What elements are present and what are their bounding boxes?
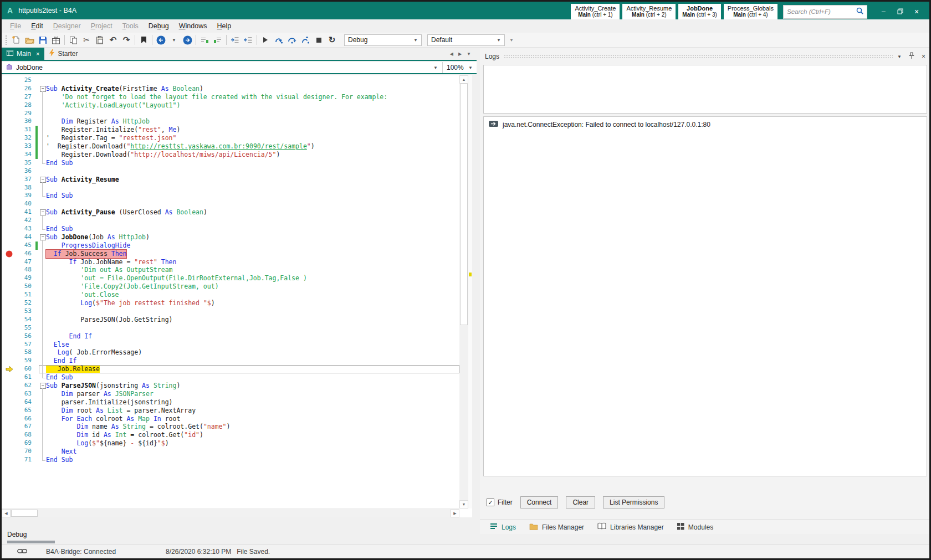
code-editor[interactable]: 2526Sub Activity_Create(FirstTime As Boo…: [2, 75, 472, 517]
vertical-scrollbar[interactable]: ▲ ▼: [459, 75, 468, 508]
code-line-62[interactable]: 62Sub ParseJSON(jsonstring As String): [2, 382, 459, 390]
code-line-28[interactable]: 28 'Activity.LoadLayout("Layout1"): [2, 101, 459, 110]
panel-tab-modules[interactable]: Modules: [671, 520, 720, 534]
restore-button[interactable]: [892, 7, 908, 16]
code-line-38[interactable]: 38: [2, 184, 459, 192]
vertical-scrollbar-thumb[interactable]: [460, 84, 468, 325]
breakpoint-margin[interactable]: [2, 341, 17, 349]
code-line-58[interactable]: 58 Log( Job.ErrorMessage): [2, 348, 459, 357]
restart-icon[interactable]: ↻: [325, 34, 339, 47]
breakpoint-margin[interactable]: [2, 299, 17, 307]
code-line-34[interactable]: 34 Register.Download("http://localhost/m…: [2, 151, 459, 159]
scroll-down-icon[interactable]: ▼: [459, 500, 468, 508]
menu-file[interactable]: File: [5, 20, 26, 32]
step-out-icon[interactable]: [299, 34, 312, 47]
breakpoint-margin[interactable]: [2, 151, 17, 159]
breakpoint-margin[interactable]: [2, 76, 17, 85]
list-permissions-button[interactable]: List Permissions: [603, 496, 664, 508]
breakpoint-margin[interactable]: [2, 266, 17, 274]
breakpoint-margin[interactable]: [2, 110, 17, 118]
breakpoint-margin[interactable]: [2, 348, 17, 357]
code-line-53[interactable]: 53: [2, 307, 459, 316]
logs-output-box[interactable]: java.net.ConnectException: Failed to con…: [483, 116, 927, 476]
code-line-47[interactable]: 47 If Job.JobName = "rest" Then: [2, 258, 459, 266]
back-history-caret-icon[interactable]: ▼: [167, 34, 181, 47]
breakpoint-margin[interactable]: [2, 117, 17, 126]
breakpoint-margin[interactable]: [2, 431, 17, 439]
code-line-26[interactable]: 26Sub Activity_Create(FirstTime As Boole…: [2, 85, 459, 93]
code-line-49[interactable]: 49 'out = File.OpenOutput(File.DirRootEx…: [2, 274, 459, 282]
code-line-39[interactable]: 39End Sub: [2, 192, 459, 200]
breakpoint-margin[interactable]: [2, 456, 17, 464]
panel-tab-files-manager[interactable]: Files Manager: [523, 520, 591, 534]
toolbar-overflow-icon[interactable]: ▼: [505, 34, 518, 47]
horizontal-scrollbar-thumb[interactable]: [11, 510, 38, 517]
tab-main[interactable]: Main ×: [2, 48, 44, 60]
code-line-55[interactable]: 55: [2, 324, 459, 332]
code-line-27[interactable]: 27 'Do not forget to load the layout fil…: [2, 93, 459, 101]
breakpoint-margin[interactable]: [2, 208, 17, 217]
chevron-down-icon[interactable]: ▼: [468, 65, 473, 70]
breakpoint-margin[interactable]: [2, 126, 17, 134]
panel-tab-libraries-manager[interactable]: Libraries Manager: [591, 520, 671, 534]
breakpoint-margin[interactable]: [2, 142, 17, 151]
code-line-61[interactable]: 61End Sub: [2, 373, 459, 382]
breakpoint-margin[interactable]: [2, 390, 17, 398]
code-line-70[interactable]: 70 Next: [2, 448, 459, 456]
scroll-up-icon[interactable]: ▲: [459, 75, 468, 84]
code-line-51[interactable]: 51 'out.Close: [2, 291, 459, 299]
fold-collapse-icon[interactable]: [39, 382, 46, 390]
titlebar-tab-process_globals[interactable]: Process_GlobalsMain (ctrl + 4): [724, 4, 777, 20]
open-project-icon[interactable]: [23, 34, 36, 47]
new-project-icon[interactable]: [9, 34, 23, 47]
horizontal-scrollbar[interactable]: ◀ ▶: [2, 508, 459, 517]
cut-icon[interactable]: ✂: [80, 34, 93, 47]
step-into-icon[interactable]: [272, 34, 285, 47]
fold-collapse-icon[interactable]: [39, 233, 46, 242]
breakpoint-margin[interactable]: [2, 200, 17, 208]
breakpoint-margin[interactable]: [2, 184, 17, 192]
save-icon[interactable]: [36, 34, 49, 47]
breakpoint-margin[interactable]: [2, 415, 17, 423]
code-line-30[interactable]: 30 Dim Register As HttpJob: [2, 117, 459, 126]
exec-line-marker[interactable]: [469, 273, 472, 276]
tab-list-caret-icon[interactable]: ▼: [467, 52, 471, 56]
breakpoint-margin[interactable]: [2, 258, 17, 266]
minimize-button[interactable]: −: [875, 7, 892, 16]
comment-icon[interactable]: [198, 34, 211, 47]
breakpoint-margin[interactable]: [2, 134, 17, 142]
panel-menu-caret-icon[interactable]: ▼: [897, 54, 902, 59]
breakpoint-margin[interactable]: [2, 332, 17, 341]
current-statement-arrow-icon[interactable]: [2, 365, 17, 373]
code-line-54[interactable]: 54 ParseJSON(Job.GetString): [2, 316, 459, 324]
code-area[interactable]: 2526Sub Activity_Create(FirstTime As Boo…: [2, 75, 459, 508]
fold-collapse-icon[interactable]: [39, 85, 46, 93]
code-line-66[interactable]: 66 For Each colroot As Map In root: [2, 415, 459, 423]
menu-help[interactable]: Help: [212, 20, 236, 32]
breakpoint-margin[interactable]: [2, 192, 17, 200]
breakpoint-margin[interactable]: [2, 382, 17, 390]
fold-collapse-icon[interactable]: [39, 176, 46, 184]
redo-icon[interactable]: ↷: [120, 34, 133, 47]
tab-scroll-left-icon[interactable]: ◀: [450, 52, 453, 56]
code-line-45[interactable]: 45 ProgressDialogHide: [2, 242, 459, 250]
code-line-56[interactable]: 56 End If: [2, 332, 459, 341]
code-line-40[interactable]: 40: [2, 200, 459, 208]
navigate-back-icon[interactable]: [154, 34, 167, 47]
code-line-63[interactable]: 63 Dim parser As JSONParser: [2, 390, 459, 398]
pin-icon[interactable]: [909, 52, 914, 61]
stop-icon[interactable]: [312, 34, 325, 47]
indent-icon[interactable]: [228, 34, 242, 47]
menu-edit[interactable]: Edit: [26, 20, 48, 32]
filter-checkbox[interactable]: ✓: [487, 499, 494, 506]
run-icon[interactable]: [259, 34, 272, 47]
breakpoint-margin[interactable]: [2, 93, 17, 101]
breakpoint-margin[interactable]: [2, 316, 17, 324]
package-icon[interactable]: [49, 34, 63, 47]
close-button[interactable]: ×: [908, 7, 925, 16]
tab-starter[interactable]: Starter: [44, 48, 83, 60]
breakpoint-margin[interactable]: [2, 291, 17, 299]
code-line-71[interactable]: 71End Sub: [2, 456, 459, 464]
menu-designer[interactable]: Designer: [48, 20, 86, 32]
uncomment-icon[interactable]: [211, 34, 224, 47]
